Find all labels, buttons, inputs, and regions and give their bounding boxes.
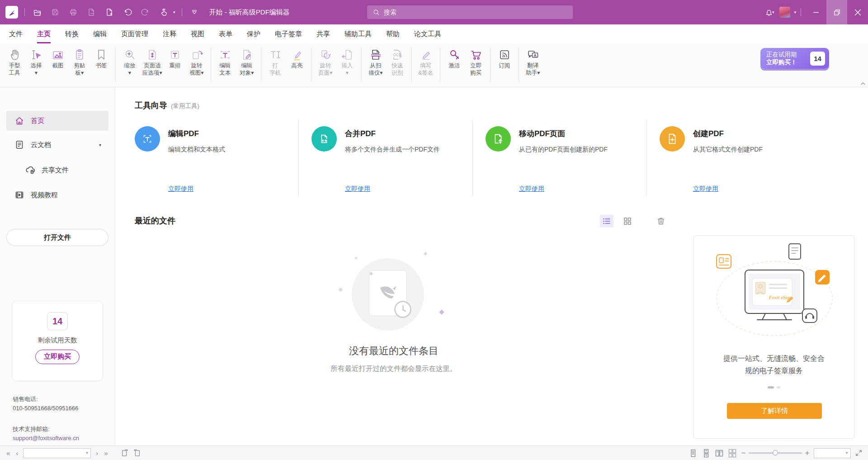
edit-object-button[interactable]: 编辑 对象▾ [236,47,258,76]
toolbar-label: 从扫 [370,62,381,69]
zoom-in-icon[interactable] [805,451,810,455]
fullscreen-button[interactable] [855,449,863,457]
open-file-button[interactable]: 打开文件 [6,229,108,246]
previous-view-button[interactable] [121,449,129,457]
minimize-button[interactable] [806,0,826,24]
menu-edit[interactable]: 编辑 [93,24,107,43]
menu-form[interactable]: 表单 [219,24,232,43]
menu-page-organize[interactable]: 页面管理 [121,24,148,43]
sparkle [439,309,444,314]
sidebar-item-video-tutorials[interactable]: 视频教程 [6,185,108,205]
page-number-input[interactable] [24,450,83,456]
clipboard-button[interactable]: 剪贴 板▾ [69,47,90,76]
activate-button[interactable]: 激活 [443,47,465,69]
facing-continuous-view-button[interactable] [728,449,737,458]
previous-page-button[interactable]: ‹ [15,450,19,456]
learn-more-button[interactable]: 了解详情 [727,403,822,419]
highlight-button[interactable]: 高亮 [286,47,308,69]
subscribe-button[interactable]: 订阅 [494,47,515,69]
page-dropdown-caret-icon[interactable]: ▼ [83,451,90,455]
menu-accessibility[interactable]: 辅助工具 [344,24,372,43]
sidebar-item-shared-files[interactable]: 共享文件 [6,160,108,180]
use-now-link[interactable]: 立即使用 [345,185,370,193]
menu-paper-tools[interactable]: 论文工具 [414,24,441,43]
zoom-slider-track[interactable] [749,452,802,454]
menu-convert[interactable]: 转换 [65,24,79,43]
next-page-button[interactable]: › [95,450,99,456]
single-page-view-button[interactable] [689,449,698,458]
menu-help[interactable]: 帮助 [386,24,400,43]
zoom-out-icon[interactable] [741,451,746,455]
buy-now-pill-button[interactable]: 立即购买 [35,350,80,364]
rotate-view-button[interactable]: 旋转 视图▾ [186,47,208,76]
toolbar-label: 订阅 [499,62,510,69]
hand-tool-button[interactable]: 手型 工具 [4,47,25,76]
first-page-button[interactable]: « [5,450,11,456]
facing-view-button[interactable] [715,449,724,458]
reflow-button[interactable]: 重排 [164,47,186,69]
buy-now-button[interactable]: 立即 购买 [465,47,487,76]
card-desc: 编辑文档和文本格式 [168,146,225,154]
save-icon[interactable] [49,6,61,18]
print-icon[interactable] [67,6,79,18]
page-number-box[interactable]: ▼ [23,448,91,458]
fill-sign-button[interactable]: 填写 &签名 [415,47,437,76]
quick-ocr-button[interactable]: OCR 快速 识别 [387,47,408,76]
zoom-percent-input[interactable] [814,450,843,456]
global-search[interactable] [367,5,573,19]
use-now-link[interactable]: 立即使用 [168,185,193,193]
grid-view-button[interactable] [621,215,634,228]
trial-badge[interactable]: 正在试用期 立即购买！ 14 [760,48,829,69]
close-button[interactable] [847,0,868,24]
zoom-percent-box[interactable]: ▼ [814,448,851,458]
user-avatar[interactable] [779,7,790,18]
rotate-page-button[interactable]: 旋转 页面▾ [315,47,336,76]
zoom-dropdown-caret-icon[interactable]: ▼ [843,451,850,455]
snapshot-button[interactable]: 截图 [47,47,69,69]
account-caret-icon[interactable]: ▾ [794,10,796,14]
sidebar-item-home[interactable]: 首页 [6,111,108,131]
toolbar-label: 购买 [470,69,481,76]
select-tool-button[interactable]: 选择 ▾ [25,47,47,76]
support-email-link[interactable]: support@foxitsoftware.cn [13,434,79,443]
restore-button[interactable] [826,0,847,24]
touch-mode-caret-icon[interactable]: ▾ [173,10,175,14]
menu-file[interactable]: 文件 [9,24,23,43]
hide-ribbon-icon[interactable] [189,6,200,18]
zoom-slider-knob[interactable] [773,450,778,455]
carousel-dot[interactable] [777,386,780,389]
menu-home[interactable]: 主页 [37,24,51,43]
redo-icon[interactable] [140,6,151,18]
from-scanner-button[interactable]: 从扫 描仪▾ [365,47,387,76]
zoom-tool-button[interactable]: 缩放 ▾ [119,47,141,76]
last-page-button[interactable]: » [103,450,108,456]
notifications-caret-icon[interactable]: ▾ [772,10,774,14]
menu-share[interactable]: 共享 [316,24,330,43]
sidebar-item-cloud-docs[interactable]: 云文档 ▾ [6,135,108,155]
page-fit-button[interactable]: 页面适 应选项▾ [141,47,164,76]
open-file-icon[interactable] [31,6,43,18]
scroll-up-icon[interactable] [860,82,866,85]
continuous-view-button[interactable] [702,449,711,458]
touch-mode-icon[interactable] [158,6,170,18]
chevron-down-icon[interactable]: ▾ [99,142,101,147]
translate-assistant-button[interactable]: 翻译 助手▾ [522,47,544,76]
next-view-button[interactable] [133,449,141,457]
list-view-button[interactable] [600,215,613,228]
use-now-link[interactable]: 立即使用 [519,185,544,193]
menu-protect[interactable]: 保护 [247,24,260,43]
insert-page-button[interactable]: 插入 ▾ [336,47,358,76]
bookmark-button[interactable]: 书签 [90,47,112,69]
menu-esign[interactable]: 电子签章 [275,24,302,43]
use-now-link[interactable]: 立即使用 [693,185,718,193]
undo-icon[interactable] [122,6,133,18]
edit-text-button[interactable]: 编辑 文本 [214,47,236,76]
search-input[interactable] [384,9,567,16]
menu-comment[interactable]: 注释 [163,24,176,43]
carousel-dot-active[interactable] [768,386,774,389]
new-document-icon[interactable] [104,6,115,18]
typewriter-button[interactable]: 打 字机 [264,47,286,76]
clear-recent-trash-button[interactable] [654,215,668,228]
menu-view[interactable]: 视图 [191,24,204,43]
delete-page-icon[interactable] [85,6,97,18]
